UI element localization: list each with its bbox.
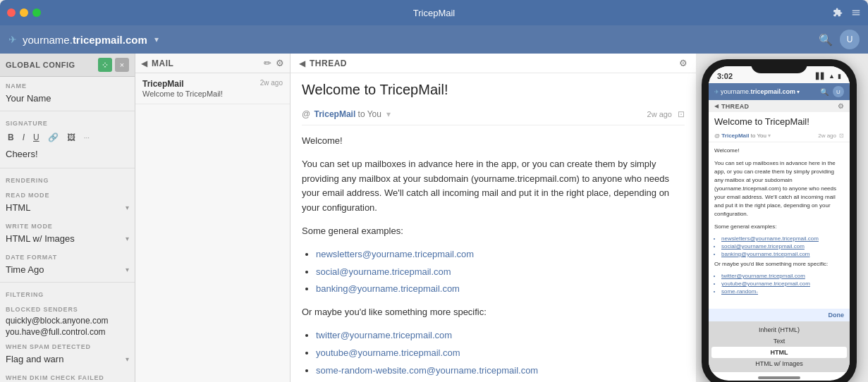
phone-search-icon[interactable]: 🔍 [820, 88, 829, 96]
link-button[interactable]: 🔗 [46, 132, 61, 143]
thread-subject: Welcome to TricepMail! [291, 73, 696, 104]
links-list-2: twitter@yourname.tricepmail.com youtube@… [316, 328, 685, 378]
links-list-1: newsletters@yourname.tricepmail.com soci… [316, 247, 685, 297]
mail-icon: ✈ [8, 34, 17, 45]
email-from: @ TricepMail to You ▾ [302, 109, 391, 119]
email-body: Welcome! You can set up mailboxes in adv… [302, 134, 685, 382]
phone-archive-icon[interactable]: ⊡ [839, 133, 844, 139]
main-area: GLOBAL CONFIG × NAME Your Name SIGNATURE… [0, 54, 868, 382]
phone-gear-icon[interactable]: ⚙ [838, 102, 844, 110]
mail-panel-header: ◀ MAIL ✏ ⚙ [135, 54, 290, 73]
phone-status-icons: ▋▋ ▲ ▮ [816, 73, 841, 80]
phone-thread-bar: ◀ THREAD ⚙ [709, 100, 850, 112]
phone-list-item: newsletters@yourname.tricepmail.com [721, 235, 844, 242]
phone-link[interactable]: twitter@yourname.tricepmail.com [721, 273, 805, 279]
panel-header: GLOBAL CONFIG × [0, 54, 135, 77]
close-button[interactable] [7, 8, 16, 17]
phone-para1: You can set up mailboxes in advance here… [714, 159, 844, 218]
phone-chevron-icon[interactable]: ▾ [797, 89, 800, 95]
signature-section-label: SIGNATURE [0, 114, 135, 129]
phone-mockup: 3:02 ▋▋ ▲ ▮ ✈ yourname.tricepmail.com ▾ … [702, 59, 857, 382]
email-archive-icon[interactable]: ⊡ [678, 109, 685, 119]
phone-email-header: @ TricepMail to You ▾ 2w ago ⊡ [709, 130, 850, 142]
phone-list-item: banking@yourname.tricepmail.com [721, 251, 844, 257]
mail-panel: ◀ MAIL ✏ ⚙ 2w ago TricepMail Welcome to … [135, 54, 291, 382]
battery-icon: ▮ [838, 73, 841, 80]
site-name: yourname.tricepmail.com [23, 34, 147, 46]
email-link[interactable]: social@yourname.tricepmail.com [316, 266, 451, 277]
phone-nav: ✈ yourname.tricepmail.com ▾ 🔍 U [709, 83, 850, 100]
body-para2: Some general examples: [302, 224, 685, 239]
menu-icon[interactable] [851, 8, 861, 18]
when-spam-chevron[interactable]: ▾ [126, 355, 129, 363]
title-bar: TricepMail [0, 0, 868, 25]
avatar[interactable]: U [840, 30, 860, 49]
email-link[interactable]: newsletters@yourname.tricepmail.com [316, 249, 474, 259]
phone-site-name: yourname.tricepmail.com [721, 88, 795, 95]
phone-time: 3:02 [717, 72, 733, 80]
expand-details-icon[interactable]: ▾ [386, 109, 391, 119]
phone-menu-item-html[interactable]: HTML [711, 347, 847, 358]
bold-button[interactable]: B [6, 132, 16, 143]
thread-panel: ◀ THREAD ⚙ Welcome to TricepMail! @ Tric… [291, 54, 696, 382]
phone-menu-item-html-images[interactable]: HTML w/ Images [711, 358, 847, 369]
site-domain: tricepmail.com [73, 34, 147, 46]
blocked-email-1: quickly@block.anyone.com [0, 315, 135, 326]
read-mode-value: HTML [6, 202, 30, 213]
thread-header: ◀ THREAD ⚙ [291, 54, 696, 73]
phone-email-to: to You [751, 133, 766, 139]
thread-back-icon[interactable]: ◀ [299, 58, 305, 68]
phone-link[interactable]: some-random- [721, 288, 758, 295]
compose-icon[interactable]: ✏ [264, 58, 271, 68]
phone-link[interactable]: youtube@yourname.tricepmail.com [721, 281, 810, 287]
image-button[interactable]: 🖼 [65, 132, 78, 143]
phone-expand-icon[interactable]: ▾ [768, 133, 771, 139]
thread-settings-icon[interactable]: ⚙ [679, 58, 687, 68]
app-title: TricepMail [413, 8, 455, 18]
rendering-label: RENDERING [0, 171, 135, 186]
read-mode-chevron[interactable]: ▾ [126, 204, 129, 211]
divider-3 [0, 282, 135, 283]
close-panel-button[interactable]: × [115, 58, 129, 72]
phone-email-sender: TricepMail [721, 133, 749, 139]
date-format-value: Time Ago [6, 264, 44, 275]
phone-link[interactable]: newsletters@yourname.tricepmail.com [721, 235, 819, 242]
list-item: some-random-website.com@yourname.tricepm… [316, 364, 685, 378]
phone-done-button[interactable]: Done [829, 312, 845, 319]
mail-item[interactable]: 2w ago TricepMail Welcome to TricepMail! [135, 73, 290, 104]
phone-thread-back-icon[interactable]: ◀ [714, 103, 719, 109]
email-link[interactable]: youtube@yourname.tricepmail.com [316, 347, 460, 358]
italic-button[interactable]: I [20, 132, 27, 143]
phone-link[interactable]: social@yourname.tricepmail.com [721, 243, 805, 249]
body-para3: Or maybe you'd like something more speci… [302, 305, 685, 320]
settings-icon[interactable]: ⚙ [276, 58, 284, 68]
more-format-button[interactable]: ··· [82, 133, 92, 142]
phone-menu-item-inherit[interactable]: Inherit (HTML) [711, 324, 847, 335]
email-sender: TricepMail [314, 109, 356, 119]
site-dropdown-icon[interactable]: ▾ [154, 35, 159, 44]
mail-subject: Welcome to TricepMail! [142, 90, 283, 98]
phone-link[interactable]: banking@yourname.tricepmail.com [721, 251, 810, 257]
maximize-button[interactable] [32, 8, 41, 17]
nav-actions: 🔍 U [819, 30, 860, 49]
phone-links-list-1: newsletters@yourname.tricepmail.com soci… [721, 235, 844, 257]
phone-menu-item-text[interactable]: Text [711, 335, 847, 347]
underline-button[interactable]: U [31, 132, 42, 143]
email-link[interactable]: twitter@yourname.tricepmail.com [316, 330, 452, 340]
email-link[interactable]: banking@yourname.tricepmail.com [316, 283, 460, 294]
extension-icon[interactable] [833, 8, 843, 18]
wifi-icon: ▲ [829, 73, 835, 80]
phone-links1-label: Some general examples: [714, 223, 844, 231]
search-icon[interactable]: 🔍 [819, 33, 833, 47]
minimize-button[interactable] [20, 8, 28, 17]
email-time: 2w ago [647, 110, 672, 118]
list-item: newsletters@yourname.tricepmail.com [316, 247, 685, 262]
phone-bottom-menu: Inherit (HTML) Text HTML HTML w/ Images [709, 321, 850, 372]
date-format-chevron[interactable]: ▾ [126, 266, 129, 273]
write-mode-chevron[interactable]: ▾ [126, 235, 129, 242]
mail-back-icon[interactable]: ◀ [141, 58, 147, 68]
email-link[interactable]: some-random-website.com@yourname.tricepm… [316, 365, 538, 376]
add-config-button[interactable] [98, 58, 112, 72]
phone-list-item: twitter@yourname.tricepmail.com [721, 273, 844, 279]
phone-avatar[interactable]: U [833, 86, 844, 97]
